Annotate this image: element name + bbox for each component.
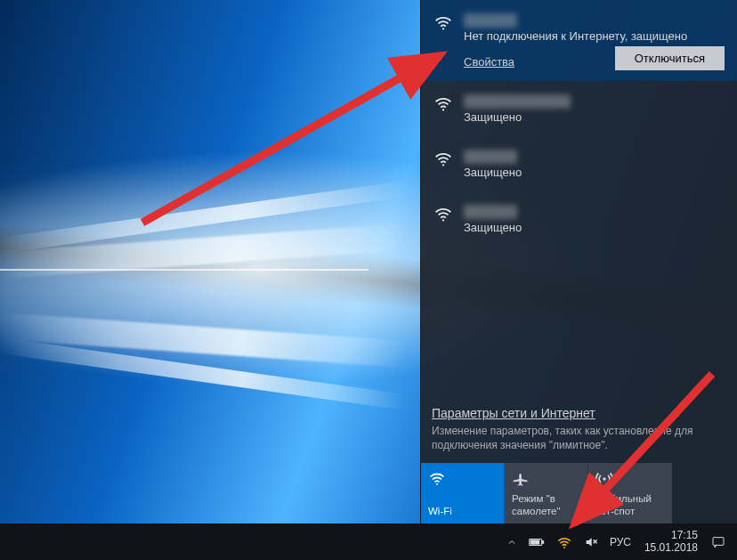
tray-chevron-up-icon[interactable] xyxy=(501,523,522,560)
network-properties-link[interactable]: Свойства xyxy=(464,55,514,69)
tile-hotspot[interactable]: Мобильный хот-спот xyxy=(588,463,672,523)
tray-action-center-icon[interactable] xyxy=(706,523,731,560)
tile-label: Мобильный хот-спот xyxy=(595,493,665,518)
tray-clock[interactable]: 17:15 15.01.2018 xyxy=(637,523,705,560)
network-status: Нет подключения к Интернету, защищено xyxy=(464,29,725,43)
network-item[interactable]: Защищено xyxy=(421,191,737,247)
network-item[interactable]: Защищено xyxy=(421,136,737,191)
network-status: Защищено xyxy=(464,166,725,179)
tile-wifi[interactable]: Wi-Fi xyxy=(421,463,505,523)
svg-point-5 xyxy=(603,477,605,480)
wifi-icon xyxy=(433,94,453,124)
clock-date: 15.01.2018 xyxy=(644,542,698,555)
hotspot-icon xyxy=(595,470,665,488)
wifi-icon xyxy=(428,470,497,488)
network-settings-link[interactable]: Параметры сети и Интернет xyxy=(432,406,595,420)
svg-point-3 xyxy=(442,219,444,221)
network-settings-desc: Изменение параметров, таких как установл… xyxy=(432,424,726,452)
wifi-icon xyxy=(433,150,453,179)
wifi-icon xyxy=(433,205,453,234)
airplane-icon xyxy=(512,470,580,488)
taskbar: РУС 17:15 15.01.2018 xyxy=(0,523,737,560)
svg-rect-8 xyxy=(530,540,539,543)
network-item[interactable]: Защищено xyxy=(421,81,737,136)
network-settings-section: Параметры сети и Интернет Изменение пара… xyxy=(421,396,737,463)
tile-label: Wi-Fi xyxy=(428,506,497,518)
system-tray: РУС 17:15 15.01.2018 xyxy=(501,523,737,560)
disconnect-button[interactable]: Отключиться xyxy=(615,46,725,70)
svg-point-4 xyxy=(436,483,438,485)
wifi-icon xyxy=(433,13,453,69)
network-status: Защищено xyxy=(464,221,725,234)
svg-point-2 xyxy=(442,164,444,166)
tile-label: Режим "в самолете" xyxy=(512,493,580,518)
svg-point-9 xyxy=(563,547,565,548)
tile-airplane[interactable]: Режим "в самолете" xyxy=(505,463,588,523)
quick-action-tiles: Wi-Fi Режим "в самолете" Мобильный хот-с… xyxy=(421,463,737,523)
svg-point-0 xyxy=(442,28,444,29)
network-item-current[interactable]: Нет подключения к Интернету, защищено Св… xyxy=(421,0,737,81)
svg-point-1 xyxy=(442,109,444,110)
tray-language[interactable]: РУС xyxy=(604,523,636,560)
network-ssid xyxy=(464,205,517,219)
tray-network-icon[interactable] xyxy=(551,523,578,560)
svg-rect-7 xyxy=(542,540,543,543)
network-ssid xyxy=(464,13,517,28)
network-flyout: Нет подключения к Интернету, защищено Св… xyxy=(420,0,737,523)
tray-volume-icon[interactable] xyxy=(579,523,603,560)
tray-battery-icon[interactable] xyxy=(523,523,550,560)
network-ssid xyxy=(464,94,571,109)
clock-time: 17:15 xyxy=(671,530,698,542)
network-ssid xyxy=(464,150,517,164)
network-status: Защищено xyxy=(464,110,725,124)
svg-rect-12 xyxy=(713,537,724,545)
tray-show-desktop[interactable] xyxy=(732,523,737,560)
